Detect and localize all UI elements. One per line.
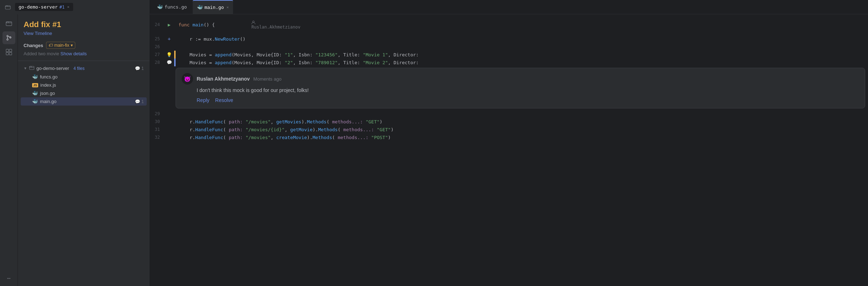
line-content-30: r.HandleFunc( path: "/movies", getMovies… [176,118,868,126]
folder-icon-small [29,65,34,71]
changes-header: Changes 🏷 main-fix ▾ [24,42,144,49]
code-line-31: 31 r.HandleFunc( path: "/movies/{id}", g… [150,126,868,133]
line-content-32: r.HandleFunc( path: "/movies", createMov… [176,133,868,141]
folder-row[interactable]: ▼ go-demo-server 4 files 💬 1 [21,64,147,73]
comment-popup: 😈 Ruslan Akhmetzyanov Moments ago I don'… [176,68,865,108]
sidebar-icons: … [0,14,18,286]
show-details-link[interactable]: Show details [60,51,87,56]
svg-rect-7 [6,52,9,55]
file-row-main[interactable]: 🐳 main.go 💬 1 [21,97,147,106]
main-file-comment-badge: 💬 1 [135,99,144,104]
comment-actions: Reply Resolve [197,97,859,103]
code-line-32: 32 r.HandleFunc( path: "/movies", create… [150,133,868,141]
comment-indicator-icon[interactable]: 💬 [167,60,172,65]
panel-header: Add fix #1 View Timeline [18,14,150,39]
code-line-27: 27 💡 Movies = append(Movies, Movie{ID: "… [150,51,868,58]
resolve-button[interactable]: Resolve [215,97,233,103]
code-line-29: 29 [150,110,868,118]
line-content-25: r := mux.NewRouter() [176,35,868,43]
svg-rect-8 [9,52,12,55]
file-tree: ▼ go-demo-server 4 files 💬 1 🐳 [18,62,150,107]
reply-button[interactable]: Reply [197,97,210,103]
line-content-29 [176,110,868,118]
panel-title: Add fix #1 [24,20,144,29]
bulb-icon[interactable]: 💡 [166,52,172,57]
code-line-25: 25 + r := mux.NewRouter() [150,35,868,43]
comment-header: 😈 Ruslan Akhmetzyanov Moments ago [182,73,859,85]
line-num-26: 26 [150,43,164,51]
branch-selector[interactable]: 🏷 main-fix ▾ [46,42,75,49]
line-gutter-32 [164,133,174,141]
main-tab-close[interactable]: × [226,5,229,10]
code-line-30: 30 r.HandleFunc( path: "/movies", getMov… [150,118,868,126]
comment-body: I don't think this mock is good for our … [197,87,859,93]
line-content-27: Movies = append(Movies, Movie{ID: "1", I… [176,51,868,58]
editor-tab-section: 🐳 funcs.go 🐳 main.go × [150,0,868,14]
play-icon[interactable]: ▶ [168,22,171,27]
tab-funcs-go[interactable]: 🐳 funcs.go [153,0,191,14]
line-num-27: 27 [150,51,164,58]
line-num-30: 30 [150,118,164,126]
funcs-tab-icon: 🐳 [157,4,163,10]
folder-icon[interactable] [3,2,13,12]
line-content-24: func main() { Ruslan.Akhmetzianov [176,14,868,35]
view-timeline-link[interactable]: View Timeline [24,31,144,36]
folder-comment-badge: 💬 1 [135,66,144,71]
index-file-label: index.js [40,82,56,88]
code-line-28: 28 💬 Movies = append(Movies, Movie{ID: "… [150,58,868,66]
line-content-31: r.HandleFunc( path: "/movies/{id}", getM… [176,126,868,133]
svg-rect-6 [9,49,12,52]
folder-label: go-demo-server [36,66,69,71]
line-num-25: 25 [150,35,164,43]
editor-area: 24 ▶ func main() { Ruslan.Akhmetzianov [150,14,868,286]
line-gutter-29 [164,110,174,118]
line-num-24: 24 [150,14,164,35]
line-gutter-27[interactable]: 💡 [164,51,174,58]
main-tab-icon: 🐳 [197,5,203,10]
line-gutter-28[interactable]: 💬 [164,58,174,66]
file-row-funcs[interactable]: 🐳 funcs.go [21,73,147,81]
commenter-avatar: 😈 [182,73,193,85]
branch-tag-icon: 🏷 [49,43,53,48]
json-file-label: json.go [40,91,55,96]
left-tab-section: go-demo-server #1 × [0,0,150,14]
svg-rect-5 [6,49,9,52]
project-tab-badge: #1 [60,5,65,10]
line-content-28: Movies = append(Movies, Movie{ID: "2", I… [176,58,868,66]
line-gutter-26 [164,43,174,51]
separator [18,61,150,61]
main-comment-icon: 💬 [135,99,140,104]
code-editor[interactable]: 24 ▶ func main() { Ruslan.Akhmetzianov [150,14,868,286]
sidebar-icon-git[interactable] [2,31,15,44]
folder-comment-count: 1 [141,66,144,71]
line-num-28: 28 [150,58,164,66]
main-file-label: main.go [40,99,56,104]
line-num-29: 29 [150,110,164,118]
branch-label: main-fix [54,43,69,48]
main-tab-label: main.go [205,5,224,10]
line-num-31: 31 [150,126,164,133]
sidebar-icon-folder[interactable] [2,17,15,30]
tab-main-go[interactable]: 🐳 main.go × [193,0,233,14]
sidebar-icon-structure[interactable] [2,46,15,58]
folder-comment-icon: 💬 [135,66,140,71]
changes-label: Changes [24,43,43,48]
line-gutter-30 [164,118,174,126]
sidebar-icon-more[interactable]: … [2,270,15,283]
file-row-index[interactable]: JS index.js [21,81,147,89]
tab-bar: go-demo-server #1 × 🐳 funcs.go 🐳 main.go… [0,0,868,14]
main-area: … Add fix #1 View Timeline Changes 🏷 mai… [0,14,868,286]
code-line-24: 24 ▶ func main() { Ruslan.Akhmetzianov [150,14,868,35]
funcs-file-label: funcs.go [40,74,57,80]
line-gutter-25[interactable]: + [164,35,174,43]
file-row-json[interactable]: 🐳 json.go [21,89,147,97]
line-gutter-24[interactable]: ▶ [164,14,174,35]
line-content-26 [176,43,868,51]
folder-files-count: 4 files [74,66,85,71]
branch-chevron-icon: ▾ [71,43,73,48]
plus-icon[interactable]: + [168,36,171,42]
commenter-name: Ruslan Akhmetzyanov [197,76,250,82]
project-tab-close[interactable]: × [67,5,70,9]
json-file-icon: 🐳 [32,91,38,96]
project-tab[interactable]: go-demo-server #1 × [15,3,73,11]
